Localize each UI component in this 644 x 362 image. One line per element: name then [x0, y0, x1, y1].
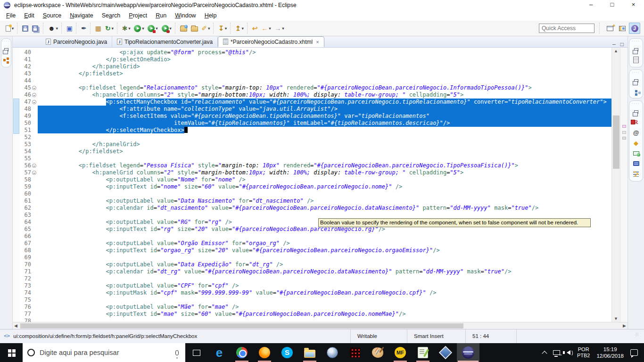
- line-number[interactable]: 63: [20, 212, 31, 219]
- line-number[interactable]: 54: [20, 148, 31, 155]
- taskbar-skype-icon[interactable]: S: [276, 343, 298, 362]
- line-number[interactable]: 77: [20, 311, 31, 318]
- code-line[interactable]: [38, 155, 611, 162]
- line-number[interactable]: 43: [20, 70, 31, 77]
- line-number[interactable]: 71: [20, 268, 31, 275]
- code-line[interactable]: <p:inputText id="nome" size="60" value="…: [38, 183, 611, 190]
- line-number[interactable]: 73: [20, 282, 31, 289]
- debug-button[interactable]: ✱▾: [121, 24, 132, 33]
- code-line[interactable]: [38, 212, 611, 219]
- line-number[interactable]: 60: [20, 190, 31, 197]
- open-folder-button[interactable]: [179, 24, 189, 33]
- taskbar-paint-palette-icon[interactable]: [366, 343, 389, 362]
- code-line[interactable]: <h:panelGrid columns="2" style="margin-b…: [38, 169, 611, 176]
- code-line[interactable]: [38, 296, 611, 304]
- servers-icon[interactable]: [629, 148, 643, 158]
- search-input[interactable]: [40, 349, 175, 356]
- tab-close-icon[interactable]: ×: [316, 39, 319, 45]
- fold-collapse-icon[interactable]: [32, 100, 36, 104]
- line-number[interactable]: 50: [20, 120, 31, 127]
- taskbar-chrome-icon[interactable]: [231, 343, 253, 362]
- code-line[interactable]: [38, 77, 611, 84]
- minimize-view-button[interactable]: –: [612, 41, 616, 47]
- save-all-button[interactable]: [31, 25, 41, 33]
- restore-icon[interactable]: [629, 75, 643, 86]
- microphone-icon[interactable]: [175, 350, 179, 355]
- menu-run[interactable]: Run: [151, 11, 171, 20]
- line-number[interactable]: 49: [20, 113, 31, 120]
- horizontal-scrollbar-thumb[interactable]: [20, 323, 463, 329]
- code-line[interactable]: [38, 254, 611, 261]
- line-number[interactable]: 75: [20, 296, 31, 304]
- next-annotation-button[interactable]: ↧▾: [217, 24, 228, 33]
- user-button[interactable]: ☻▾: [47, 24, 59, 33]
- editor-tab[interactable]: JTipoRelacionamentoConverter.java: [112, 36, 218, 47]
- line-number[interactable]: 61: [20, 197, 31, 205]
- menu-window[interactable]: Window: [171, 11, 200, 20]
- properties-icon[interactable]: [629, 169, 643, 179]
- javaee-perspective-button[interactable]: [617, 23, 628, 34]
- code-line[interactable]: </h:panelGrid>: [38, 141, 611, 148]
- code-line[interactable]: [38, 233, 611, 240]
- line-number[interactable]: 67: [20, 240, 31, 247]
- taskbar-eclipse-icon[interactable]: [457, 343, 479, 362]
- mark-occurrences-button[interactable]: ✐▾: [200, 24, 212, 33]
- hidden-icons-chevron-icon[interactable]: [539, 343, 550, 362]
- menu-file[interactable]: File: [2, 11, 20, 20]
- prev-annotation-button[interactable]: ↥▾: [234, 24, 245, 33]
- breadcrumb-path[interactable]: ui:composition/ui:define/h:form/p:fields…: [13, 333, 197, 339]
- minimize-button[interactable]: –: [580, 0, 602, 10]
- code-line[interactable]: [38, 275, 611, 282]
- folding-ruler[interactable]: [31, 49, 38, 322]
- editor-tab[interactable]: *ParceiroNegocioCadastro.xhtml×: [218, 36, 324, 47]
- forward-button[interactable]: →▾: [273, 24, 286, 33]
- line-number[interactable]: 57: [20, 169, 31, 176]
- line-number[interactable]: 47: [20, 99, 31, 106]
- line-number[interactable]: 53: [20, 141, 31, 148]
- line-number[interactable]: 44: [20, 77, 31, 84]
- vertical-scrollbar-thumb[interactable]: [613, 115, 619, 169]
- code-line[interactable]: <p:outputLabel value="Nome" for="nome" /…: [38, 176, 611, 183]
- clock[interactable]: 15:19 12/06/2018: [593, 343, 627, 362]
- overview-mark[interactable]: [622, 125, 626, 128]
- external-tools-button[interactable]: ▾: [160, 24, 173, 33]
- taskbar-virtualbox-icon[interactable]: [434, 343, 457, 362]
- code-editor[interactable]: 4041424344454647484950515253545556575859…: [13, 48, 627, 322]
- line-number[interactable]: 64: [20, 219, 31, 226]
- code-line[interactable]: <p:fieldset legend="Pessoa Física" style…: [38, 162, 611, 169]
- back-button[interactable]: ←▾: [260, 24, 272, 33]
- code-line[interactable]: </h:panelGrid>: [38, 63, 611, 70]
- menu-edit[interactable]: Edit: [20, 11, 39, 20]
- taskbar-internet-globe-icon[interactable]: [321, 343, 344, 362]
- line-number[interactable]: 69: [20, 254, 31, 261]
- refresh-button[interactable]: ↻▾: [104, 24, 115, 33]
- run-button[interactable]: ▾: [132, 24, 145, 33]
- quick-access-input[interactable]: [539, 24, 594, 33]
- scroll-right-arrow-icon[interactable]: ▶: [623, 323, 626, 329]
- code-line[interactable]: <p:outputLabel value="Mãe" for="mae" />: [38, 304, 611, 311]
- line-number[interactable]: 68: [20, 247, 31, 254]
- code-line[interactable]: <h:panelGrid columns="2" style="margin-b…: [38, 91, 611, 99]
- language-indicator[interactable]: POR PTB2: [574, 343, 594, 362]
- taskbar-mf-app-icon[interactable]: MF: [389, 343, 412, 362]
- overview-ruler[interactable]: [620, 48, 627, 322]
- pin-button[interactable]: ✒: [80, 24, 88, 33]
- code-text-area[interactable]: <p:ajax update="@form" process="@this"/>…: [38, 49, 611, 322]
- taskbar-file-explorer-icon[interactable]: [298, 343, 321, 362]
- code-line[interactable]: <f:attribute name="collectionType" value…: [38, 106, 611, 113]
- new-wizard-button[interactable]: ▾: [4, 25, 15, 33]
- menu-search[interactable]: Search: [98, 11, 125, 20]
- code-line[interactable]: <p:fieldset legend="Relacionamento" styl…: [38, 84, 611, 91]
- line-number[interactable]: 59: [20, 183, 31, 190]
- restore-icon[interactable]: [629, 44, 643, 55]
- menu-project[interactable]: Project: [124, 11, 151, 20]
- restore-icon[interactable]: [629, 107, 643, 117]
- taskbar-edge-icon[interactable]: e: [208, 343, 231, 362]
- code-line[interactable]: <p:inputText id="orgao_rg" size="20" val…: [38, 247, 611, 254]
- line-number[interactable]: 58: [20, 176, 31, 183]
- line-number[interactable]: 65: [20, 226, 31, 233]
- editor-tab[interactable]: JParceiroNegocio.java: [41, 36, 112, 47]
- save-button[interactable]: [21, 25, 30, 33]
- restore-icon[interactable]: [1, 44, 11, 55]
- line-number[interactable]: 45: [20, 84, 31, 91]
